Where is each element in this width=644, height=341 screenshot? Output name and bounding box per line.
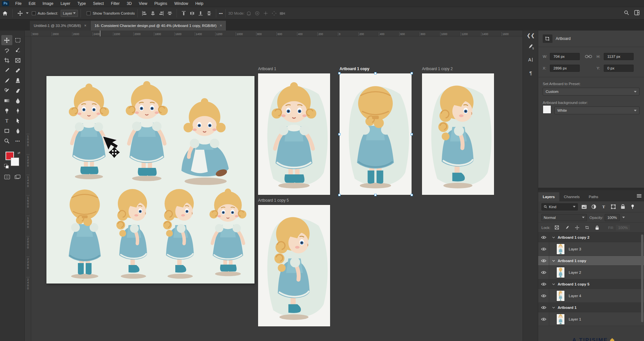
collapse-panels-icon[interactable]: ❮❮ [523, 31, 539, 40]
selection-handle[interactable] [338, 72, 341, 74]
chevron-down-icon[interactable] [549, 260, 558, 262]
artboard-bg-dropdown[interactable]: White [554, 107, 639, 114]
lock-all-icon[interactable] [594, 224, 601, 231]
home-icon[interactable] [0, 9, 10, 18]
artboard-label-selected[interactable]: Artboard 1 copy [340, 67, 369, 71]
artboard-label[interactable]: Artboard 1 copy 2 [422, 67, 453, 71]
more-options-icon[interactable]: ••• [219, 11, 223, 15]
selection-handle[interactable] [374, 72, 377, 74]
rectangular-marquee-tool[interactable] [12, 35, 23, 45]
layer-group-row-selected[interactable]: Artboard 1 copy [538, 256, 644, 266]
align-right-icon[interactable] [157, 9, 166, 17]
tab-channels[interactable]: Channels [559, 192, 584, 201]
layer-thumbnail[interactable] [556, 244, 565, 255]
crop-tool[interactable] [1, 55, 12, 65]
distribute-bottom-icon[interactable] [196, 9, 205, 17]
visibility-toggle[interactable] [538, 289, 549, 302]
hand-tool[interactable] [12, 126, 23, 136]
blend-mode-dropdown[interactable]: Normal [541, 214, 587, 221]
selection-handle[interactable] [411, 194, 413, 196]
brush-settings-panel-icon[interactable]: 5 [523, 40, 539, 53]
move-tool-option-icon[interactable] [15, 9, 25, 18]
distribute-top-icon[interactable] [180, 9, 188, 17]
dodge-tool[interactable] [1, 106, 12, 116]
path-selection-tool[interactable] [12, 116, 23, 126]
lock-paint-icon[interactable] [564, 224, 571, 231]
selection-handle[interactable] [338, 194, 341, 196]
screen-mode-icon[interactable] [15, 174, 20, 181]
edit-toolbar-icon[interactable]: ••• [12, 136, 23, 146]
visibility-toggle[interactable] [538, 256, 549, 265]
artboard-1-copy[interactable] [340, 73, 412, 195]
menu-item[interactable]: View [135, 0, 151, 7]
selection-handle[interactable] [411, 72, 413, 74]
search-icon[interactable] [624, 10, 629, 17]
doc-tab-untitled[interactable]: Untitled-1 @ 33.3% (RGB/8) × [30, 21, 91, 31]
auto-select-target-dropdown[interactable]: Layer [61, 10, 78, 17]
auto-select-checkbox[interactable] [32, 11, 36, 15]
menu-item[interactable]: Help [192, 0, 207, 7]
gradient-tool[interactable] [1, 95, 12, 106]
filter-shape-layers-icon[interactable] [610, 203, 617, 210]
layer-row[interactable]: Layer 1 [538, 312, 644, 326]
artboard-label[interactable]: Artboard 1 copy 5 [258, 198, 289, 203]
visibility-toggle[interactable] [538, 242, 549, 256]
distribute-horizontal-icon[interactable] [188, 9, 196, 17]
x-field[interactable]: 2896 px [550, 65, 580, 72]
selection-handle[interactable] [338, 133, 341, 135]
doc-tab-character-design[interactable]: 16- Consistent Character design.psd @ 40… [91, 21, 226, 31]
swap-colors-icon[interactable]: ⇄ [18, 151, 20, 155]
menu-item[interactable]: Image [39, 0, 57, 7]
spot-healing-tool[interactable] [12, 65, 23, 75]
visibility-toggle[interactable] [538, 303, 549, 312]
visibility-toggle[interactable] [538, 233, 549, 242]
selection-handle[interactable] [411, 133, 413, 135]
layer-row[interactable]: Layer 2 [538, 266, 644, 279]
link-dimensions-icon[interactable] [583, 55, 594, 58]
menu-item[interactable]: Layer [57, 0, 74, 7]
default-colors-icon[interactable] [4, 164, 7, 167]
chevron-down-icon[interactable] [549, 236, 558, 238]
tab-layers[interactable]: Layers [538, 192, 559, 201]
history-brush-tool[interactable] [1, 85, 12, 95]
artboard-bg-swatch[interactable] [543, 105, 551, 114]
layer-group-row[interactable]: Artboard 1 copy 2 [538, 233, 644, 242]
layer-row[interactable]: Layer 4 [538, 289, 644, 303]
character-panel-icon[interactable]: A [523, 53, 539, 66]
align-center-icon[interactable] [149, 9, 157, 17]
layer-group-row[interactable]: Artboard 1 copy 5 [538, 279, 644, 289]
layer-group-row[interactable]: Artboard 1 [538, 303, 644, 312]
type-tool[interactable]: T [1, 116, 12, 126]
blur-tool[interactable] [12, 95, 23, 106]
chevron-down-icon[interactable] [549, 283, 558, 285]
width-field[interactable]: 704 px [550, 53, 580, 60]
height-field[interactable]: 1137 px [604, 53, 634, 60]
selection-handle[interactable] [374, 194, 377, 196]
filter-pixel-layers-icon[interactable] [580, 203, 588, 210]
zoom-tool[interactable] [1, 136, 12, 146]
align-left-icon[interactable] [140, 9, 149, 17]
tab-paths[interactable]: Paths [584, 192, 603, 201]
quick-mask-icon[interactable] [4, 174, 10, 181]
frame-tool[interactable] [12, 55, 23, 65]
tool-preset-caret-icon[interactable] [26, 12, 29, 14]
filter-smart-objects-icon[interactable] [619, 203, 626, 210]
object-selection-tool[interactable] [12, 45, 23, 55]
lock-position-icon[interactable] [574, 224, 581, 231]
artboard-label[interactable]: Artboard 1 [258, 67, 276, 71]
brush-tool[interactable] [1, 75, 12, 85]
lasso-tool[interactable] [1, 45, 12, 55]
chevron-down-icon[interactable] [549, 307, 558, 309]
align-middle-icon[interactable] [166, 9, 174, 17]
paragraph-panel-icon[interactable]: ¶ [523, 66, 539, 79]
visibility-toggle[interactable] [538, 312, 549, 326]
canvas-area[interactable]: 3000280026002400220020001800160014001200… [25, 31, 523, 341]
close-icon[interactable]: × [84, 23, 86, 28]
menu-item[interactable]: Filter [107, 0, 123, 7]
move-tool[interactable] [1, 35, 12, 45]
rectangle-tool[interactable] [1, 126, 12, 136]
show-transform-checkbox[interactable] [87, 11, 91, 15]
menu-item[interactable]: Window [171, 0, 192, 7]
visibility-toggle[interactable] [538, 279, 549, 289]
layers-scrollbar[interactable] [641, 234, 643, 322]
